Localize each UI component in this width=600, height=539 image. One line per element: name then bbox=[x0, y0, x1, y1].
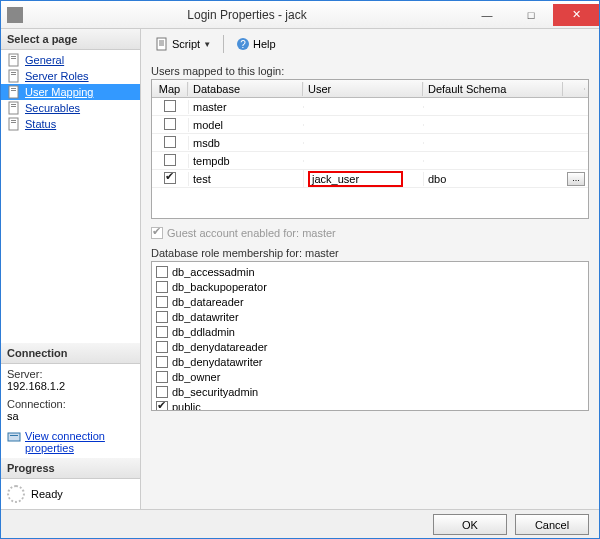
page-icon bbox=[7, 69, 21, 83]
role-checkbox[interactable] bbox=[156, 266, 168, 278]
role-checkbox[interactable] bbox=[156, 401, 168, 412]
role-item[interactable]: db_datawriter bbox=[154, 309, 586, 324]
role-item[interactable]: db_denydatawriter bbox=[154, 354, 586, 369]
page-nav: General Server Roles User Mapping Secura… bbox=[1, 50, 140, 138]
help-button[interactable]: ? Help bbox=[232, 35, 280, 53]
map-checkbox[interactable] bbox=[164, 172, 176, 184]
role-checkbox[interactable] bbox=[156, 326, 168, 338]
role-item[interactable]: db_accessadmin bbox=[154, 264, 586, 279]
view-connection-properties-link[interactable]: View connection properties bbox=[25, 430, 134, 454]
role-label: db_denydatawriter bbox=[172, 356, 263, 368]
col-user[interactable]: User bbox=[303, 82, 423, 96]
svg-rect-5 bbox=[11, 74, 16, 75]
role-item[interactable]: db_owner bbox=[154, 369, 586, 384]
table-row[interactable]: testjack_userdbo... bbox=[152, 170, 588, 188]
dialog-footer: OK Cancel bbox=[1, 509, 599, 539]
table-row[interactable]: master bbox=[152, 98, 588, 116]
schema-cell[interactable]: dbo bbox=[423, 172, 563, 186]
table-row[interactable]: model bbox=[152, 116, 588, 134]
svg-rect-4 bbox=[11, 72, 16, 73]
col-database[interactable]: Database bbox=[188, 82, 303, 96]
close-button[interactable]: ✕ bbox=[553, 4, 599, 26]
server-label: Server: bbox=[7, 368, 134, 380]
help-icon: ? bbox=[236, 37, 250, 51]
cancel-button[interactable]: Cancel bbox=[515, 514, 589, 535]
user-cell[interactable] bbox=[303, 142, 423, 144]
user-cell[interactable] bbox=[303, 160, 423, 162]
role-label: db_backupoperator bbox=[172, 281, 267, 293]
script-button[interactable]: Script ▼ bbox=[151, 35, 215, 53]
db-cell: master bbox=[188, 100, 303, 114]
roles-list: db_accessadmindb_backupoperatordb_datare… bbox=[151, 261, 589, 411]
role-item[interactable]: db_denydatareader bbox=[154, 339, 586, 354]
role-item[interactable]: db_ddladmin bbox=[154, 324, 586, 339]
map-checkbox[interactable] bbox=[164, 136, 176, 148]
app-icon bbox=[7, 7, 23, 23]
nav-user-mapping[interactable]: User Mapping bbox=[1, 84, 140, 100]
role-item[interactable]: db_securityadmin bbox=[154, 384, 586, 399]
schema-cell[interactable] bbox=[423, 142, 563, 144]
server-value: 192.168.1.2 bbox=[7, 380, 134, 392]
schema-cell[interactable] bbox=[423, 160, 563, 162]
role-checkbox[interactable] bbox=[156, 281, 168, 293]
map-checkbox[interactable] bbox=[164, 154, 176, 166]
svg-rect-17 bbox=[157, 38, 166, 50]
role-label: db_datareader bbox=[172, 296, 244, 308]
svg-rect-2 bbox=[11, 58, 16, 59]
nav-general[interactable]: General bbox=[1, 52, 140, 68]
nav-server-roles[interactable]: Server Roles bbox=[1, 68, 140, 84]
svg-rect-7 bbox=[11, 88, 16, 89]
role-checkbox[interactable] bbox=[156, 296, 168, 308]
connection-label: Connection: bbox=[7, 398, 134, 410]
db-cell: test bbox=[188, 172, 303, 186]
role-label: db_owner bbox=[172, 371, 220, 383]
page-icon bbox=[7, 53, 21, 67]
svg-rect-9 bbox=[9, 102, 18, 114]
schema-cell[interactable] bbox=[423, 124, 563, 126]
role-checkbox[interactable] bbox=[156, 371, 168, 383]
svg-rect-14 bbox=[11, 122, 16, 123]
user-cell[interactable] bbox=[303, 106, 423, 108]
table-row[interactable]: msdb bbox=[152, 134, 588, 152]
minimize-button[interactable]: — bbox=[465, 4, 509, 26]
svg-rect-3 bbox=[9, 70, 18, 82]
user-cell[interactable] bbox=[303, 124, 423, 126]
svg-rect-16 bbox=[10, 435, 18, 436]
table-row[interactable]: tempdb bbox=[152, 152, 588, 170]
svg-rect-1 bbox=[11, 56, 16, 57]
ok-button[interactable]: OK bbox=[433, 514, 507, 535]
svg-text:?: ? bbox=[240, 39, 246, 50]
role-item[interactable]: db_backupoperator bbox=[154, 279, 586, 294]
guest-checkbox bbox=[151, 227, 163, 239]
map-checkbox[interactable] bbox=[164, 100, 176, 112]
progress-header: Progress bbox=[1, 458, 140, 479]
nav-securables[interactable]: Securables bbox=[1, 100, 140, 116]
role-checkbox[interactable] bbox=[156, 341, 168, 353]
maximize-button[interactable]: □ bbox=[509, 4, 553, 26]
db-cell: msdb bbox=[188, 136, 303, 150]
role-checkbox[interactable] bbox=[156, 311, 168, 323]
role-label: db_ddladmin bbox=[172, 326, 235, 338]
svg-rect-13 bbox=[11, 120, 16, 121]
col-default-schema[interactable]: Default Schema bbox=[423, 82, 563, 96]
window-title: Login Properties - jack bbox=[29, 8, 465, 22]
page-icon bbox=[7, 101, 21, 115]
nav-status[interactable]: Status bbox=[1, 116, 140, 132]
db-cell: model bbox=[188, 118, 303, 132]
role-checkbox[interactable] bbox=[156, 386, 168, 398]
role-item[interactable]: public bbox=[154, 399, 586, 411]
user-cell[interactable]: jack_user bbox=[303, 170, 423, 188]
roles-section-label: Database role membership for: master bbox=[151, 247, 589, 259]
role-label: db_securityadmin bbox=[172, 386, 258, 398]
col-map[interactable]: Map bbox=[152, 82, 188, 96]
toolbar-separator bbox=[223, 35, 224, 53]
ellipsis-button[interactable]: ... bbox=[567, 172, 585, 186]
link-icon bbox=[7, 430, 21, 446]
svg-rect-6 bbox=[9, 86, 18, 98]
role-checkbox[interactable] bbox=[156, 356, 168, 368]
map-checkbox[interactable] bbox=[164, 118, 176, 130]
mapping-grid: Map Database User Default Schema masterm… bbox=[151, 79, 589, 219]
schema-cell[interactable] bbox=[423, 106, 563, 108]
role-item[interactable]: db_datareader bbox=[154, 294, 586, 309]
guest-account-row: Guest account enabled for: master bbox=[151, 227, 589, 239]
